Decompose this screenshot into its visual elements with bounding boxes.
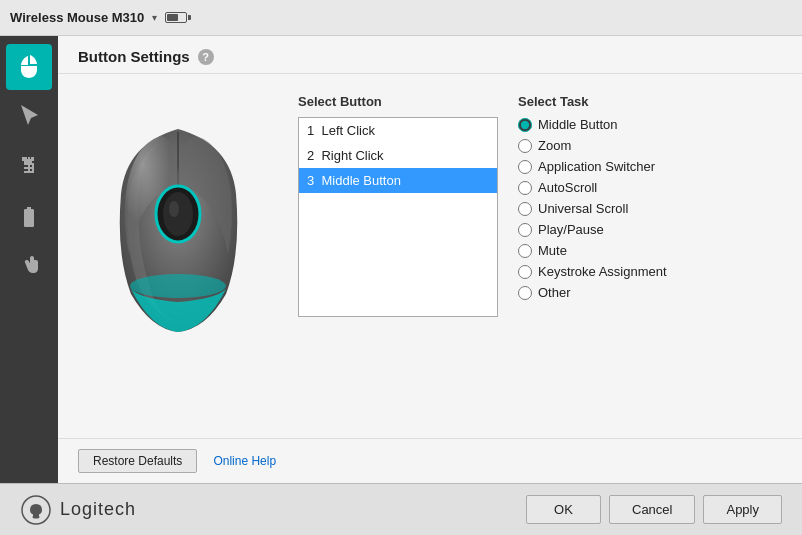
task-option-play-pause[interactable]: Play/Pause (518, 222, 782, 237)
select-task-panel: Select Task Middle Button Zoom Applicati… (518, 94, 782, 300)
radio-app-switcher[interactable] (518, 160, 532, 174)
mouse-illustration (101, 114, 256, 334)
task-option-autoscroll[interactable]: AutoScroll (518, 180, 782, 195)
button-list-item-selected[interactable]: 3 Middle Button (299, 168, 497, 193)
sidebar-item-gestures[interactable] (6, 244, 52, 290)
radio-zoom[interactable] (518, 139, 532, 153)
radio-universal-scroll[interactable] (518, 202, 532, 216)
select-task-label: Select Task (518, 94, 782, 109)
task-option-zoom[interactable]: Zoom (518, 138, 782, 153)
task-option-mute[interactable]: Mute (518, 243, 782, 258)
tower-icon (17, 155, 41, 179)
main-area: Button Settings ? (0, 36, 802, 483)
radio-other[interactable] (518, 286, 532, 300)
select-button-label: Select Button (298, 94, 498, 109)
battery-sidebar-icon (17, 205, 41, 229)
cancel-button[interactable]: Cancel (609, 495, 695, 524)
task-option-app-switcher[interactable]: Application Switcher (518, 159, 782, 174)
pointer-icon (17, 105, 41, 129)
panel-body: Select Button 1 Left Click 2 Right Click… (58, 74, 802, 438)
radio-play-pause[interactable] (518, 223, 532, 237)
svg-point-3 (169, 201, 179, 217)
app-footer: Logitech OK Cancel Apply (0, 483, 802, 535)
ok-button[interactable]: OK (526, 495, 601, 524)
footer-buttons: OK Cancel Apply (526, 495, 782, 524)
title-bar: Wireless Mouse M310 ▾ (0, 0, 802, 36)
radio-autoscroll[interactable] (518, 181, 532, 195)
content-panel: Button Settings ? (58, 36, 802, 483)
content-header: Button Settings ? (58, 36, 802, 74)
button-list-item[interactable]: 2 Right Click (299, 143, 497, 168)
task-option-universal-scroll[interactable]: Universal Scroll (518, 201, 782, 216)
apply-button[interactable]: Apply (703, 495, 782, 524)
online-help-link[interactable]: Online Help (213, 454, 276, 468)
select-button-panel: Select Button 1 Left Click 2 Right Click… (298, 94, 498, 317)
task-option-middle-button[interactable]: Middle Button (518, 117, 782, 132)
sidebar-item-battery[interactable] (6, 194, 52, 240)
task-option-other[interactable]: Other (518, 285, 782, 300)
brand-name: Logitech (60, 499, 136, 520)
mouse-icon (17, 55, 41, 79)
help-icon[interactable]: ? (198, 49, 214, 65)
mouse-image-area (78, 94, 278, 334)
task-options: Middle Button Zoom Application Switcher … (518, 117, 782, 300)
restore-defaults-button[interactable]: Restore Defaults (78, 449, 197, 473)
svg-point-6 (33, 515, 40, 518)
sidebar (0, 36, 58, 483)
sidebar-item-pointer[interactable] (6, 94, 52, 140)
button-list-item[interactable]: 1 Left Click (299, 118, 497, 143)
svg-point-2 (163, 192, 193, 236)
sidebar-item-mouse[interactable] (6, 44, 52, 90)
logitech-logo: Logitech (20, 494, 136, 526)
device-dropdown[interactable]: ▾ (152, 12, 157, 23)
content-footer: Restore Defaults Online Help (58, 438, 802, 483)
page-title: Button Settings (78, 48, 190, 65)
svg-point-4 (130, 274, 226, 298)
device-name: Wireless Mouse M310 (10, 10, 144, 25)
sidebar-item-advanced[interactable] (6, 144, 52, 190)
hand-icon (17, 255, 41, 279)
task-option-keystroke[interactable]: Keystroke Assignment (518, 264, 782, 279)
button-list: 1 Left Click 2 Right Click 3 Middle Butt… (298, 117, 498, 317)
radio-middle-button[interactable] (518, 118, 532, 132)
radio-keystroke[interactable] (518, 265, 532, 279)
battery-indicator (165, 12, 191, 23)
logitech-logo-icon (20, 494, 52, 526)
radio-mute[interactable] (518, 244, 532, 258)
